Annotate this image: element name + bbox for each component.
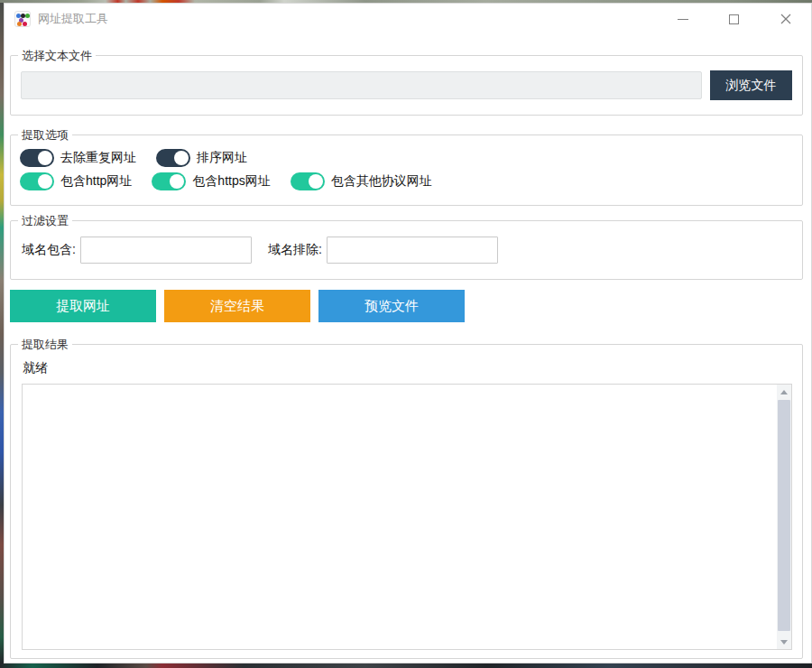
scroll-up-arrow-icon bbox=[780, 390, 788, 394]
action-buttons-row: 提取网址 清空结果 预览文件 bbox=[10, 290, 803, 322]
toggle-row-2: 包含http网址 包含https网址 包含其他协议网址 bbox=[20, 172, 802, 190]
window-title: 网址提取工具 bbox=[38, 11, 108, 27]
desktop-background: 网址提取工具 选择文本文件 浏览文件 bbox=[0, 0, 812, 668]
results-group-title: 提取结果 bbox=[18, 337, 72, 352]
filter-settings-group-title: 过滤设置 bbox=[18, 213, 72, 228]
toggle-include-other-protocols[interactable]: 包含其他协议网址 bbox=[291, 172, 432, 190]
maximize-button[interactable] bbox=[708, 4, 760, 34]
status-text: 就绪 bbox=[23, 360, 802, 376]
scroll-down-arrow-icon bbox=[780, 640, 788, 645]
toggle-switch-dark-on[interactable] bbox=[156, 149, 190, 167]
close-button[interactable] bbox=[760, 4, 811, 34]
toggle-sort-urls[interactable]: 排序网址 bbox=[156, 149, 247, 167]
domain-exclude-input[interactable] bbox=[327, 237, 498, 264]
domain-include-label: 域名包含: bbox=[22, 242, 76, 258]
app-window: 网址提取工具 选择文本文件 浏览文件 bbox=[4, 3, 812, 663]
toggle-switch-green-on[interactable] bbox=[291, 172, 325, 190]
main-content: 选择文本文件 浏览文件 提取选项 去除重复网址 排序网址 bbox=[5, 55, 811, 659]
results-content bbox=[23, 385, 777, 649]
toggle-knob bbox=[309, 174, 323, 189]
toggle-knob bbox=[38, 174, 52, 189]
scrollbar-thumb[interactable] bbox=[778, 400, 790, 631]
extract-options-group: 提取选项 去除重复网址 排序网址 包含http网址 bbox=[10, 135, 803, 206]
maximize-icon bbox=[729, 14, 739, 24]
toggle-label: 包含http网址 bbox=[60, 173, 132, 190]
toggle-switch-green-on[interactable] bbox=[20, 172, 54, 190]
desktop-edge-bottom bbox=[0, 663, 812, 668]
preview-file-button[interactable]: 预览文件 bbox=[318, 290, 465, 322]
scroll-up-button[interactable] bbox=[777, 385, 791, 399]
window-controls bbox=[657, 4, 811, 34]
domain-include-input[interactable] bbox=[80, 237, 252, 264]
title-bar[interactable]: 网址提取工具 bbox=[5, 4, 811, 34]
file-select-group: 选择文本文件 浏览文件 bbox=[10, 55, 803, 116]
toggle-label: 包含https网址 bbox=[192, 173, 270, 190]
file-path-input[interactable] bbox=[21, 71, 702, 99]
filter-settings-group: 过滤设置 域名包含: 域名排除: bbox=[10, 220, 803, 280]
toggle-include-http[interactable]: 包含http网址 bbox=[20, 172, 132, 190]
clear-results-button[interactable]: 清空结果 bbox=[164, 290, 310, 322]
extract-urls-button[interactable]: 提取网址 bbox=[10, 290, 156, 322]
toggle-remove-duplicates[interactable]: 去除重复网址 bbox=[20, 149, 136, 167]
toggle-label: 去除重复网址 bbox=[60, 150, 136, 166]
toggle-switch-green-on[interactable] bbox=[152, 172, 186, 190]
minimize-icon bbox=[678, 19, 688, 20]
toggle-knob bbox=[170, 174, 184, 189]
results-textarea[interactable] bbox=[22, 384, 792, 650]
vertical-scrollbar[interactable] bbox=[777, 385, 791, 649]
toggle-row-1: 去除重复网址 排序网址 bbox=[20, 149, 802, 167]
toggle-knob bbox=[174, 151, 189, 165]
app-icon bbox=[14, 11, 31, 27]
toggle-label: 排序网址 bbox=[197, 150, 247, 166]
extract-options-group-title: 提取选项 bbox=[18, 127, 72, 143]
toggle-knob bbox=[38, 151, 52, 165]
scroll-down-button[interactable] bbox=[777, 635, 791, 649]
toggle-switch-dark-on[interactable] bbox=[20, 149, 54, 167]
browse-file-button[interactable]: 浏览文件 bbox=[710, 70, 792, 100]
file-select-group-title: 选择文本文件 bbox=[18, 48, 96, 63]
close-icon bbox=[780, 14, 791, 24]
toggle-include-https[interactable]: 包含https网址 bbox=[152, 172, 270, 190]
toggle-label: 包含其他协议网址 bbox=[331, 173, 432, 190]
minimize-button[interactable] bbox=[657, 4, 708, 34]
domain-exclude-label: 域名排除: bbox=[268, 242, 322, 258]
results-group: 提取结果 就绪 bbox=[10, 344, 803, 659]
